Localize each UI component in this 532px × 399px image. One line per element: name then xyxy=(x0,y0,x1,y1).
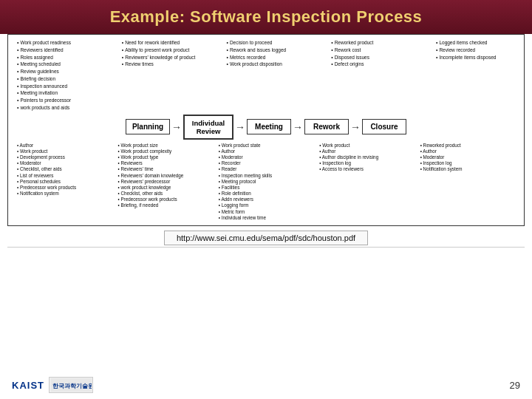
list-item: Recorder xyxy=(219,160,313,166)
planning-label: Planning xyxy=(132,123,163,131)
planning-top-col: Work product readiness Reviewers identif… xyxy=(14,39,119,112)
list-item: Metrics recorded xyxy=(227,54,326,61)
list-item: Review recorded xyxy=(436,47,515,54)
footer-logo-group: KAIST 한국과학기술원 xyxy=(12,377,93,393)
meeting-bottom-list: Work product state Author Moderator Reco… xyxy=(219,143,313,221)
arrow-2: → xyxy=(235,121,245,133)
rework-bottom-list: Work product Author Author discipline in… xyxy=(319,143,414,173)
closure-bottom-list: Reworked product Author Moderator Inspec… xyxy=(420,143,515,173)
list-item: Inspection announced xyxy=(17,83,116,90)
list-item: Disposed issues xyxy=(331,54,430,61)
rework-label: Rework xyxy=(313,123,340,131)
list-item: Incomplete items disposed xyxy=(436,54,515,61)
list-item: Rework cost xyxy=(331,47,430,54)
list-item: Inspection log xyxy=(420,160,515,166)
list-item: Need for rework identified xyxy=(122,39,221,47)
individual-bottom-list: Work product size Work product complexit… xyxy=(117,143,212,209)
rework-box: Rework xyxy=(304,119,349,134)
list-item: Roles assigned xyxy=(17,54,116,61)
list-item: Notification system xyxy=(420,166,515,172)
meeting-box: Meeting xyxy=(247,119,291,134)
list-item: Meeting invitation xyxy=(17,89,116,97)
list-item: Reviewers' knowledge of product xyxy=(122,54,221,61)
list-item: Logged items checked xyxy=(436,39,515,47)
meeting-top-col: Decision to proceed Rework and issues lo… xyxy=(224,39,329,112)
planning-bottom-list: Author Work product Development process … xyxy=(17,143,112,197)
list-item: Reviewers identified xyxy=(17,47,116,54)
list-item: Meeting protocol xyxy=(219,179,313,185)
list-item: Work product size xyxy=(117,143,212,149)
rework-top-col: Reworked product Rework cost Disposed is… xyxy=(328,39,433,112)
list-item: Reworked product xyxy=(420,143,515,149)
list-item: Inspection meeting skills xyxy=(219,173,313,179)
footer: KAIST 한국과학기술원 29 xyxy=(0,374,532,396)
list-item: Reviewers xyxy=(117,160,212,166)
list-item: Rework and issues logged xyxy=(227,47,326,54)
url-text: http://www.sei.cmu.edu/sema/pdf/sdc/hous… xyxy=(164,231,368,245)
list-item: Checklist, other aids xyxy=(17,166,112,172)
list-item: Author xyxy=(17,143,112,149)
closure-top-col: Logged items checked Review recorded Inc… xyxy=(433,39,518,112)
planning-box: Planning xyxy=(126,119,170,134)
url-bar: http://www.sei.cmu.edu/sema/pdf/sdc/hous… xyxy=(7,231,525,245)
header-title: Example: Software Inspection Process xyxy=(110,7,423,26)
list-item: Predecessor work products xyxy=(117,197,212,202)
list-item: Logging form xyxy=(219,202,313,208)
list-item: Author xyxy=(420,149,515,154)
closure-label: Closure xyxy=(370,123,398,131)
closure-top-list: Logged items checked Review recorded Inc… xyxy=(436,39,515,61)
list-item: Addn reviewers xyxy=(219,197,313,202)
process-steps-row: Planning → IndividualReview → Meeting → … xyxy=(14,115,518,140)
list-item: Author discipline in revising xyxy=(319,154,414,160)
kaist-logo-text: KAIST xyxy=(12,380,44,391)
list-item: Decision to proceed xyxy=(227,39,326,47)
individual-top-list: Need for rework identified Ability to pr… xyxy=(122,39,221,68)
list-item: Briefing, if needed xyxy=(117,202,212,208)
svg-text:한국과학기술원: 한국과학기술원 xyxy=(52,383,92,389)
planning-bottom-col: Author Work product Development process … xyxy=(14,143,115,221)
list-item: Personal schedules xyxy=(17,179,112,185)
kaist-logo-image: 한국과학기술원 xyxy=(49,377,93,393)
closure-box: Closure xyxy=(362,119,406,134)
list-item: Predecessor work products xyxy=(17,185,112,191)
individual-review-box: IndividualReview xyxy=(183,115,233,140)
list-item: Author xyxy=(219,149,313,154)
planning-top-list: Work product readiness Reviewers identif… xyxy=(17,39,116,112)
rework-top-list: Reworked product Rework cost Disposed is… xyxy=(331,39,430,68)
list-item: Inspection log xyxy=(319,160,414,166)
list-item: Reworked product xyxy=(331,39,430,47)
list-item: Work product complexity xyxy=(117,149,212,154)
list-item: Reader xyxy=(219,166,313,172)
list-item: Work product disposition xyxy=(227,61,326,68)
list-item: Author xyxy=(319,149,414,154)
list-item: List of reviewers xyxy=(17,173,112,179)
list-item: Notification system xyxy=(17,191,112,197)
list-item: Work product type xyxy=(117,154,212,160)
list-item: Work product xyxy=(319,143,414,149)
meeting-top-list: Decision to proceed Rework and issues lo… xyxy=(227,39,326,68)
top-bullets-row: Work product readiness Reviewers identif… xyxy=(14,39,518,112)
individual-review-label: IndividualReview xyxy=(192,119,225,135)
footer-separator xyxy=(7,247,525,248)
individual-bottom-col: Work product size Work product complexit… xyxy=(115,143,215,221)
bottom-bullets-row: Author Work product Development process … xyxy=(14,143,518,221)
list-item: Reviewers' domain knowledge xyxy=(117,173,212,179)
list-item: Work product xyxy=(17,149,112,154)
list-item: Moderator xyxy=(219,154,313,160)
list-item: Reviewers' time xyxy=(117,166,212,172)
list-item: Work product state xyxy=(219,143,313,149)
rework-bottom-col: Work product Author Author discipline in… xyxy=(316,143,417,221)
list-item: Access to reviewers xyxy=(319,166,414,172)
meeting-label: Meeting xyxy=(255,123,283,131)
list-item: Moderator xyxy=(420,154,515,160)
list-item: Reviewers' predecessor xyxy=(117,179,212,185)
list-item: Pointers to predecessor xyxy=(17,97,116,104)
list-item: work products and aids xyxy=(17,104,116,112)
meeting-bottom-col: Work product state Author Moderator Reco… xyxy=(216,143,316,221)
list-item: Role definition xyxy=(219,191,313,197)
page-header: Example: Software Inspection Process xyxy=(0,0,532,34)
page-number: 29 xyxy=(510,380,520,391)
list-item: work product knowledge xyxy=(117,185,212,191)
list-item: Moderator xyxy=(17,160,112,166)
closure-bottom-col: Reworked product Author Moderator Inspec… xyxy=(417,143,518,221)
